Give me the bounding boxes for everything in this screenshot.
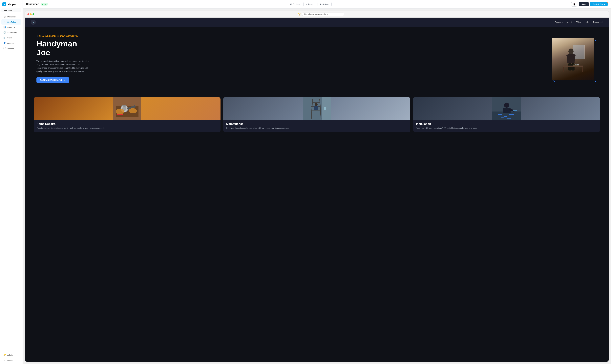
nav-link-about[interactable]: About [566,21,572,23]
mobile-icon: 📱 [573,3,576,5]
publish-label: Publish Site [593,3,603,5]
logo-icon: s [2,2,6,6]
topbar-center-buttons: ⊞ Sections ✏ Design ⚙ Settings [51,2,569,6]
settings-label: Settings [323,3,329,5]
svg-rect-7 [568,64,571,70]
live-indicator-dot [42,4,43,5]
sidebar-item-site-history[interactable]: 🕐 Site History [1,30,21,35]
svg-point-13 [575,64,576,65]
topbar-right: 📱 Save Publish Site ▾ [571,2,608,7]
shop-icon: 🛒 [3,37,6,39]
svg-rect-44 [501,117,504,118]
svg-rect-31 [322,97,331,120]
svg-rect-23 [117,114,123,115]
window-controls [27,13,34,15]
design-label: Design [308,3,314,5]
site-editor-icon: ✏ [3,21,6,23]
svg-rect-9 [563,65,583,67]
maintenance-image-icon [303,97,331,120]
hero-title: HandymanJoe [37,39,543,57]
svg-point-37 [504,103,509,108]
live-label: Live [44,3,47,5]
nav-link-faqs[interactable]: FAQs [576,21,581,23]
site-selector[interactable]: Handyman ⌄ [1,8,21,12]
nav-link-links[interactable]: Links [585,21,589,23]
hero-image [552,38,594,80]
installation-card-desc: Need help with new installations? We ins… [416,127,597,130]
svg-rect-40 [513,110,517,111]
device-toggle-button[interactable]: 📱 [571,2,577,7]
history-icon: 🕐 [3,31,6,34]
repairs-card-body: Home Repairs From fixing leaky faucets t… [34,120,221,130]
hero-image-area [552,38,597,80]
sidebar-item-dashboard[interactable]: ⊞ Dashboard [1,14,21,19]
topbar-site-info: Handyman Live [26,3,48,6]
svg-rect-34 [314,106,318,110]
service-card-repairs: Home Repairs From fixing leaky faucets t… [34,97,221,132]
site-nav-links: Services About FAQs Links Book a call [555,21,603,23]
sidebar-item-label: Support [7,47,14,49]
sidebar-item-shop[interactable]: 🛒 Shop › [1,35,21,40]
svg-point-22 [129,108,137,113]
admin-icon: 🔑 [3,354,6,356]
svg-rect-19 [123,105,126,106]
svg-rect-42 [504,116,507,117]
analytics-icon: 📊 [3,26,6,28]
site-selector-name: Handyman [3,9,12,11]
repairs-card-desc: From fixing leaky faucets to patching dr… [37,127,218,130]
logo-text: siimple [7,3,16,6]
publish-notification-badge [607,1,608,3]
browser-chrome: 🧭 https://handyman.siimple.site ↗ [25,11,609,18]
svg-point-33 [315,103,318,106]
book-service-call-button[interactable]: BOOK A SERVICE CALL 🔧 [37,77,69,83]
maximize-window-button[interactable] [32,13,34,15]
sidebar-item-label: Admin [7,354,13,356]
sidebar-item-logout[interactable]: ↩ Logout [1,358,21,363]
website-content: 🔧 Services About FAQs Links Book a call … [25,18,609,362]
main-area: Handyman Live ⊞ Sections ✏ Design ⚙ Sett… [23,0,611,364]
svg-point-21 [116,109,124,114]
sidebar-item-admin[interactable]: 🔑 Admin [1,352,21,357]
nav-link-services[interactable]: Services [555,21,563,23]
svg-rect-14 [577,64,579,65]
design-button[interactable]: ✏ Design [303,2,316,6]
svg-rect-32 [324,107,326,110]
external-link-icon[interactable]: ↗ [327,13,328,15]
close-window-button[interactable] [27,13,29,15]
gear-icon: ⚙ [320,3,322,5]
nav-link-book-call[interactable]: Book a call [593,21,603,23]
topbar: Handyman Live ⊞ Sections ✏ Design ⚙ Sett… [23,0,611,9]
sections-button[interactable]: ⊞ Sections [288,2,302,6]
sidebar-item-analytics[interactable]: 📊 Analytics [1,25,21,30]
installation-image-icon [492,97,521,120]
svg-point-3 [568,49,573,54]
save-button[interactable]: Save [579,2,589,6]
topbar-site-name: Handyman [26,3,39,6]
sidebar-item-site-editor[interactable]: ✏ Site Editor [1,19,21,25]
service-card-installation: Installation Need help with new installa… [413,97,600,132]
svg-rect-43 [509,114,514,115]
compass-icon: 🧭 [298,13,301,16]
url-text: https://handyman.siimple.site [304,13,326,15]
sidebar-item-account[interactable]: 👤 Account › [1,40,21,46]
svg-rect-41 [498,114,502,115]
url-bar[interactable]: https://handyman.siimple.site ↗ [302,12,344,16]
hero-content: 🔧 RELIABLE. PROFESSIONAL. TRUSTWORTHY. H… [37,35,543,83]
svg-rect-38 [503,108,510,113]
support-icon: 💬 [3,47,6,50]
sidebar-item-label: Logout [7,359,13,361]
chevron-down-icon: ⌄ [18,9,20,11]
browser-frame: 🧭 https://handyman.siimple.site ↗ 🔧 Serv… [25,11,609,362]
dashboard-icon: ⊞ [3,15,6,18]
sections-label: Sections [293,3,300,5]
settings-button[interactable]: ⚙ Settings [318,2,332,6]
publish-button[interactable]: Publish Site ▾ [590,2,608,6]
sidebar-item-support[interactable]: 💬 Support [1,46,21,51]
minimize-window-button[interactable] [30,13,32,15]
worker-silhouette-icon [560,44,586,75]
sidebar-item-label: Analytics [7,26,15,28]
repairs-card-image [34,97,221,120]
installation-card-body: Installation Need help with new installa… [413,120,600,130]
live-badge: Live [40,3,48,6]
sidebar-bottom: 🔑 Admin ↩ Logout [0,351,23,364]
